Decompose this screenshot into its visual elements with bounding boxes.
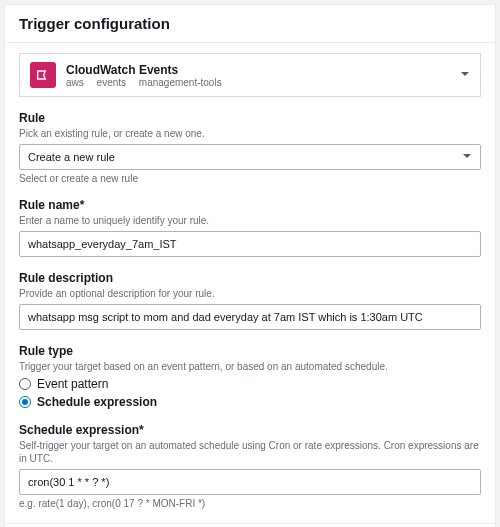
rule-label: Rule <box>19 111 481 125</box>
crumb-aws: aws <box>66 77 84 88</box>
rule-type-field: Rule type Trigger your target based on a… <box>19 344 481 409</box>
schedule-field: Schedule expression* Self-trigger your t… <box>19 423 481 509</box>
radio-label-schedule: Schedule expression <box>37 395 157 409</box>
rule-name-input[interactable]: whatsapp_everyday_7am_IST <box>19 231 481 257</box>
schedule-value: cron(30 1 * * ? *) <box>28 476 109 488</box>
rule-desc-value: whatsapp msg script to mom and dad every… <box>28 311 423 323</box>
schedule-label: Schedule expression* <box>19 423 481 437</box>
page-title: Trigger configuration <box>19 15 481 32</box>
radio-event-pattern[interactable]: Event pattern <box>19 377 481 391</box>
trigger-config-panel: Trigger configuration CloudWatch Events … <box>4 4 496 527</box>
rule-help: Pick an existing rule, or create a new o… <box>19 127 481 140</box>
rule-name-value: whatsapp_everyday_7am_IST <box>28 238 177 250</box>
service-breadcrumbs: aws events management-tools <box>66 77 232 88</box>
service-selector[interactable]: CloudWatch Events aws events management-… <box>19 53 481 97</box>
rule-type-help: Trigger your target based on an event pa… <box>19 360 481 373</box>
rule-name-help: Enter a name to uniquely identify your r… <box>19 214 481 227</box>
caret-down-icon <box>462 150 472 164</box>
rule-select[interactable]: Create a new rule <box>19 144 481 170</box>
rule-desc-input[interactable]: whatsapp msg script to mom and dad every… <box>19 304 481 330</box>
radio-label-event: Event pattern <box>37 377 108 391</box>
radio-icon <box>19 378 31 390</box>
rule-type-label: Rule type <box>19 344 481 358</box>
rule-desc-label: Rule description <box>19 271 481 285</box>
crumb-events: events <box>97 77 126 88</box>
service-name: CloudWatch Events <box>66 63 232 77</box>
schedule-help: Self-trigger your target on an automated… <box>19 439 481 465</box>
schedule-example: e.g. rate(1 day), cron(0 17 ? * MON-FRI … <box>19 498 481 509</box>
divider <box>5 523 495 524</box>
rule-field: Rule Pick an existing rule, or create a … <box>19 111 481 184</box>
rule-name-label: Rule name* <box>19 198 481 212</box>
crumb-mgmt: management-tools <box>139 77 222 88</box>
rule-select-value: Create a new rule <box>28 151 115 163</box>
rule-name-field: Rule name* Enter a name to uniquely iden… <box>19 198 481 257</box>
rule-desc-help: Provide an optional description for your… <box>19 287 481 300</box>
caret-down-icon <box>460 68 470 82</box>
radio-schedule-expression[interactable]: Schedule expression <box>19 395 481 409</box>
rule-sub-help: Select or create a new rule <box>19 173 481 184</box>
panel-header: Trigger configuration <box>5 5 495 43</box>
rule-desc-field: Rule description Provide an optional des… <box>19 271 481 330</box>
cloudwatch-events-icon <box>30 62 56 88</box>
panel-body: CloudWatch Events aws events management-… <box>5 43 495 527</box>
schedule-input[interactable]: cron(30 1 * * ? *) <box>19 469 481 495</box>
service-text: CloudWatch Events aws events management-… <box>66 63 232 88</box>
radio-icon <box>19 396 31 408</box>
